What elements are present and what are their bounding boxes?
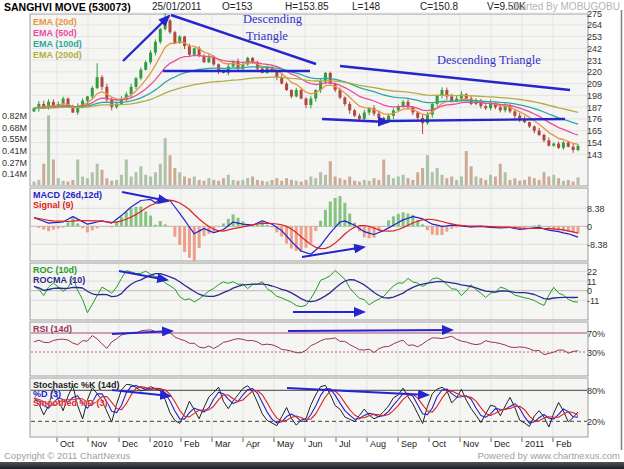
- volume-bar: [348, 177, 351, 186]
- volume-axis-label: 0.27M: [0, 158, 27, 168]
- volume-bar: [562, 181, 565, 185]
- volume-bar: [353, 181, 356, 185]
- volume-bar: [470, 166, 473, 185]
- volume-bar: [489, 175, 492, 185]
- x-axis-label: Dec: [494, 439, 510, 449]
- volume-bar: [494, 177, 497, 186]
- volume-bar: [115, 180, 118, 185]
- roc-axis-label: 0: [587, 286, 592, 296]
- volume-bar: [237, 181, 240, 185]
- volume-bar: [178, 172, 181, 185]
- macd-histogram-bar: [57, 226, 60, 228]
- macd-histogram-bar: [62, 226, 65, 227]
- macd-histogram-bar: [154, 225, 157, 227]
- candle-body: [86, 96, 89, 100]
- volume-axis-label: 0.68M: [0, 123, 27, 133]
- volume-bar: [105, 178, 108, 185]
- volume-bar: [169, 155, 172, 185]
- candle-body: [339, 90, 342, 97]
- annotation-text[interactable]: Descending Triangle: [437, 53, 541, 68]
- macd-histogram-bar: [421, 224, 424, 226]
- volume-bar: [120, 175, 123, 185]
- macd-axis-label: 0: [587, 222, 592, 232]
- volume-bar: [135, 172, 138, 185]
- volume-bar: [309, 177, 312, 186]
- candle-body: [343, 98, 346, 104]
- macd-histogram-bar: [42, 226, 45, 229]
- volume-bar: [416, 172, 419, 185]
- volume-bar: [47, 115, 50, 185]
- macd-histogram-bar: [387, 220, 390, 226]
- volume-bar: [193, 177, 196, 186]
- volume-bar: [431, 172, 434, 185]
- volume-axis-label: 0.14M: [0, 169, 27, 179]
- macd-histogram-bar: [71, 218, 74, 226]
- roc-axis-label: -11: [587, 296, 599, 306]
- volume-bar: [382, 160, 385, 186]
- stoch-axis-label: 80%: [587, 386, 605, 396]
- macd-histogram-bar: [256, 225, 259, 227]
- volume-bar: [504, 172, 507, 185]
- volume-bar: [42, 164, 45, 185]
- volume-bar: [460, 177, 463, 186]
- macd-histogram-bar: [173, 226, 176, 236]
- macd-histogram-bar: [159, 221, 162, 226]
- macd-histogram-bar: [261, 222, 264, 226]
- macd-histogram-bar: [52, 226, 55, 229]
- price-axis-label: 253: [587, 32, 602, 42]
- volume-bar: [436, 168, 439, 185]
- macd-histogram-bar: [76, 223, 79, 226]
- macd-histogram-bar: [431, 226, 434, 234]
- volume-bar: [222, 178, 225, 185]
- price-axis-label: 231: [587, 56, 602, 66]
- price-axis-label: 143: [587, 150, 602, 160]
- volume-bar: [275, 178, 278, 185]
- stoch-axis-label: 20%: [587, 417, 605, 427]
- volume-bar: [62, 181, 65, 185]
- volume-axis-label: 0.41M: [0, 146, 27, 156]
- macd-histogram-bar: [538, 225, 541, 227]
- candle-body: [212, 58, 215, 64]
- candle-body: [300, 90, 303, 99]
- volume-bar: [183, 177, 186, 186]
- volume-axis-label: 0.82M: [0, 111, 27, 121]
- macd-histogram-bar: [237, 218, 240, 227]
- volume-bar: [499, 164, 502, 185]
- volume-bar: [475, 177, 478, 186]
- volume-bar: [295, 181, 298, 185]
- volume-bar: [149, 177, 152, 186]
- footer-bar: Copyright © 2011 ChartNexus Powered by w…: [0, 450, 624, 462]
- volume-bar: [455, 180, 458, 185]
- volume-axis-label: 0.55M: [0, 134, 27, 144]
- chart-area[interactable]: DescendingTriangleDescending Triangle275…: [0, 0, 624, 452]
- volume-bar: [547, 177, 550, 186]
- volume-bar: [96, 164, 99, 185]
- arrow-annotation[interactable]: [288, 330, 452, 331]
- candle-body: [169, 20, 172, 32]
- volume-bar: [426, 155, 429, 185]
- price-axis-label: 154: [587, 138, 602, 148]
- powered-by-label: Powered by www.chartnexus.com: [477, 450, 620, 461]
- annotation-text[interactable]: Descending: [243, 12, 302, 27]
- x-axis-label: Feb: [556, 439, 572, 449]
- x-axis-label: Apr: [246, 439, 260, 449]
- candle-body: [426, 115, 429, 124]
- x-axis-label: Nov: [91, 439, 107, 449]
- annotation-text[interactable]: Triangle: [246, 29, 288, 44]
- price-axis-label: 209: [587, 79, 602, 89]
- volume-bar: [577, 177, 580, 185]
- candle-body: [577, 146, 580, 150]
- x-axis-label: Aug: [370, 439, 386, 449]
- volume-bar: [479, 178, 482, 185]
- x-axis-label: 2011: [525, 439, 544, 449]
- macd-histogram-bar: [329, 202, 332, 227]
- candle-body: [402, 102, 405, 106]
- macd-histogram-bar: [86, 226, 89, 232]
- price-axis-label: 242: [587, 44, 602, 54]
- volume-bar: [484, 180, 487, 185]
- macd-histogram-bar: [217, 226, 220, 227]
- x-axis-label: 2010: [153, 439, 173, 449]
- chartnexus-window: SANGHVI MOVE (530073) 25/01/2011 O=153 H…: [0, 0, 624, 469]
- volume-bar: [256, 180, 259, 185]
- volume-bar: [173, 168, 176, 185]
